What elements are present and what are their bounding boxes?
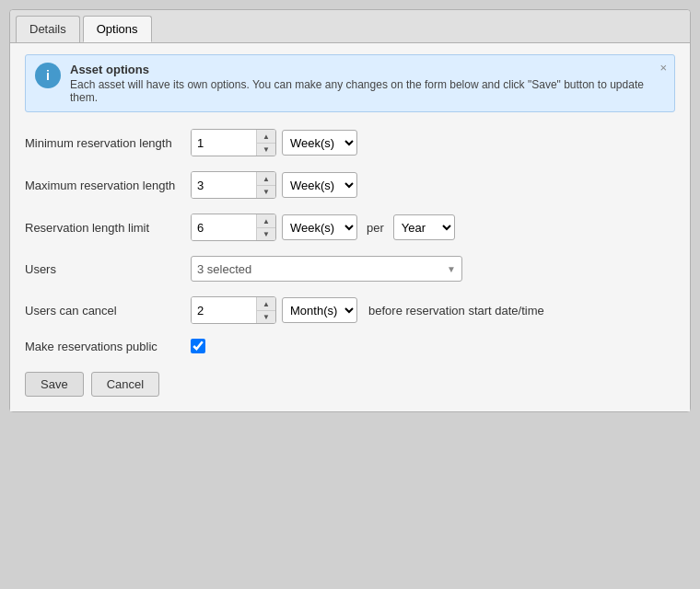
users-multiselect[interactable]: 3 selected ▼ (191, 256, 462, 282)
users-label: Users (25, 262, 191, 276)
users-cancel-input[interactable] (192, 297, 256, 323)
min-reservation-unit-select[interactable]: Day(s) Week(s) Month(s) Year(s) (282, 130, 357, 156)
users-cancel-down-btn[interactable]: ▼ (257, 310, 275, 323)
reservation-limit-period-select[interactable]: Day Week Month Year (393, 214, 455, 240)
tab-bar: Details Options (10, 10, 690, 43)
users-cancel-suffix: before reservation start date/time (368, 304, 544, 318)
info-box: i Asset options Each asset will have its… (25, 54, 675, 112)
close-icon[interactable]: × (659, 61, 667, 75)
make-public-checkbox[interactable] (191, 339, 205, 353)
tab-details[interactable]: Details (16, 16, 80, 42)
users-select-text: 3 selected (197, 262, 251, 276)
reservation-limit-controls: ▲ ▼ Day(s) Week(s) Month(s) Year(s) per … (191, 214, 455, 241)
panel: Details Options i Asset options Each ass… (9, 9, 691, 412)
make-public-checkbox-wrap (191, 339, 205, 353)
users-cancel-spinner: ▲ ▼ (191, 296, 276, 324)
main-container: Details Options i Asset options Each ass… (0, 0, 700, 589)
per-label: per (367, 221, 384, 235)
save-button[interactable]: Save (25, 372, 84, 397)
users-cancel-label: Users can cancel (25, 304, 191, 318)
min-reservation-spinner-buttons: ▲ ▼ (256, 130, 275, 156)
max-reservation-up-btn[interactable]: ▲ (257, 172, 275, 185)
cancel-button[interactable]: Cancel (91, 372, 159, 397)
min-reservation-controls: ▲ ▼ Day(s) Week(s) Month(s) Year(s) (191, 129, 357, 156)
max-reservation-input[interactable] (192, 172, 256, 198)
max-reservation-row: Maximum reservation length ▲ ▼ Day(s) We… (25, 171, 675, 199)
panel-body: i Asset options Each asset will have its… (10, 43, 690, 411)
make-public-row: Make reservations public (25, 339, 675, 353)
users-select-arrow-icon: ▼ (447, 264, 456, 274)
reservation-limit-row: Reservation length limit ▲ ▼ Day(s) Week… (25, 214, 675, 241)
max-reservation-spinner-buttons: ▲ ▼ (256, 172, 275, 198)
reservation-limit-label: Reservation length limit (25, 221, 191, 235)
users-cancel-up-btn[interactable]: ▲ (257, 297, 275, 310)
info-icon: i (35, 63, 61, 88)
users-cancel-spinner-buttons: ▲ ▼ (256, 297, 275, 323)
reservation-limit-input[interactable] (192, 214, 256, 240)
max-reservation-spinner: ▲ ▼ (191, 171, 276, 199)
min-reservation-down-btn[interactable]: ▼ (257, 143, 275, 156)
make-public-controls (191, 339, 205, 353)
min-reservation-spinner: ▲ ▼ (191, 129, 276, 156)
users-controls: 3 selected ▼ (191, 256, 462, 282)
info-title: Asset options (70, 63, 665, 76)
info-desc: Each asset will have its own options. Yo… (70, 78, 665, 104)
max-reservation-label: Maximum reservation length (25, 179, 191, 192)
users-cancel-controls: ▲ ▼ Day(s) Week(s) Month(s) Year(s) befo… (191, 296, 544, 324)
min-reservation-input[interactable] (192, 130, 256, 156)
min-reservation-up-btn[interactable]: ▲ (257, 130, 275, 143)
users-cancel-unit-select[interactable]: Day(s) Week(s) Month(s) Year(s) (282, 297, 357, 323)
reservation-limit-down-btn[interactable]: ▼ (257, 227, 275, 240)
users-cancel-row: Users can cancel ▲ ▼ Day(s) Week(s) Mont… (25, 296, 675, 324)
reservation-limit-unit-select[interactable]: Day(s) Week(s) Month(s) Year(s) (282, 214, 357, 240)
btn-row: Save Cancel (25, 372, 675, 397)
max-reservation-controls: ▲ ▼ Day(s) Week(s) Month(s) Year(s) (191, 171, 357, 199)
tab-options[interactable]: Options (83, 16, 152, 42)
info-text-block: Asset options Each asset will have its o… (70, 63, 665, 104)
min-reservation-label: Minimum reservation length (25, 136, 191, 150)
min-reservation-row: Minimum reservation length ▲ ▼ Day(s) We… (25, 129, 675, 156)
max-reservation-down-btn[interactable]: ▼ (257, 185, 275, 198)
users-row: Users 3 selected ▼ (25, 256, 675, 282)
make-public-label: Make reservations public (25, 340, 191, 353)
reservation-limit-spinner: ▲ ▼ (191, 214, 276, 241)
max-reservation-unit-select[interactable]: Day(s) Week(s) Month(s) Year(s) (282, 172, 357, 198)
reservation-limit-up-btn[interactable]: ▲ (257, 214, 275, 227)
reservation-limit-spinner-buttons: ▲ ▼ (256, 214, 275, 240)
